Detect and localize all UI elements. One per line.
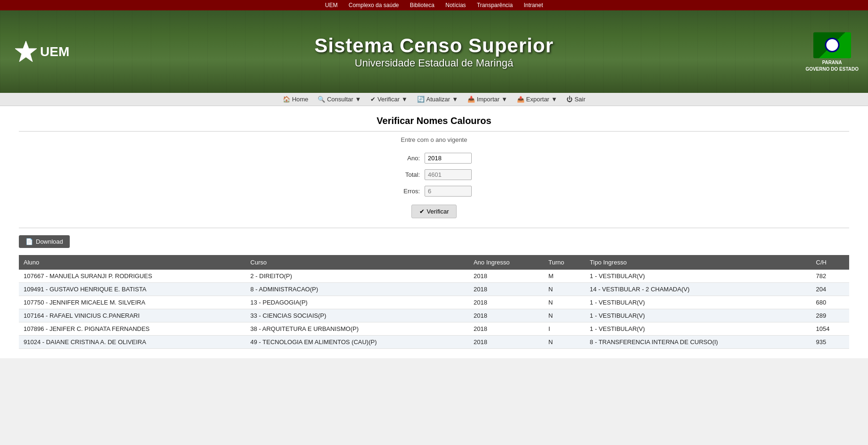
table-cell: 935 bbox=[811, 336, 849, 349]
topbar-link-uem[interactable]: UEM bbox=[325, 2, 338, 8]
nav-sair[interactable]: ⏻ Sair bbox=[566, 96, 585, 103]
col-curso: Curso bbox=[246, 255, 469, 270]
table-cell: 13 - PEDAGOGIA(P) bbox=[246, 296, 469, 309]
table-cell: 1 - VESTIBULAR(V) bbox=[585, 270, 811, 283]
topbar-link-noticias[interactable]: Notícias bbox=[445, 2, 466, 8]
parana-label: PARANA bbox=[822, 59, 842, 65]
table-cell: N bbox=[544, 336, 585, 349]
table-cell: 8 - ADMINISTRACAO(P) bbox=[246, 283, 469, 296]
atualizar-chevron-icon: ▼ bbox=[452, 96, 458, 103]
table-cell: 2018 bbox=[469, 296, 544, 309]
erros-input bbox=[425, 186, 472, 197]
site-subtitle: Universidade Estadual de Maringá bbox=[314, 57, 553, 69]
exportar-chevron-icon: ▼ bbox=[551, 96, 557, 103]
table-cell: 782 bbox=[811, 270, 849, 283]
total-label: Total: bbox=[396, 171, 420, 178]
parana-flag-icon bbox=[813, 32, 851, 58]
header-content: Sistema Censo Superior Universidade Esta… bbox=[314, 34, 553, 69]
table-cell: 14 - VESTIBULAR - 2 CHAMADA(V) bbox=[585, 283, 811, 296]
export-icon: 📤 bbox=[517, 96, 524, 103]
verify-form: Ano: Total: Erros: ✔ Verificar bbox=[19, 153, 849, 218]
site-title: Sistema Censo Superior bbox=[314, 34, 553, 57]
page-title: Verificar Nomes Calouros bbox=[19, 115, 849, 132]
power-icon: ⏻ bbox=[566, 96, 573, 103]
nav-importar[interactable]: 📥 Importar ▼ bbox=[467, 96, 508, 103]
nav-importar-label: Importar bbox=[477, 96, 500, 103]
table-cell: 2018 bbox=[469, 283, 544, 296]
table-cell: 680 bbox=[811, 296, 849, 309]
total-input bbox=[425, 169, 472, 180]
table-cell: 2018 bbox=[469, 336, 544, 349]
consultar-chevron-icon: ▼ bbox=[355, 96, 361, 103]
table-cell: N bbox=[544, 296, 585, 309]
table-cell: 109491 - GUSTAVO HENRIQUE E. BATISTA bbox=[19, 283, 246, 296]
col-tipo-ingresso: Tipo Ingresso bbox=[585, 255, 811, 270]
verify-button[interactable]: ✔ Verificar bbox=[411, 205, 457, 218]
parana-logo: PARANA GOVERNO DO ESTADO bbox=[805, 32, 859, 71]
uem-logo-text: UEM bbox=[40, 44, 69, 59]
table-cell: N bbox=[544, 283, 585, 296]
table-cell: 49 - TECNOLOGIA EM ALIMENTOS (CAU)(P) bbox=[246, 336, 469, 349]
table-cell: 33 - CIENCIAS SOCIAIS(P) bbox=[246, 309, 469, 322]
nav-consultar-label: Consultar bbox=[327, 96, 353, 103]
table-cell: 2018 bbox=[469, 309, 544, 322]
table-cell: 91024 - DAIANE CRISTINA A. DE OLIVEIRA bbox=[19, 336, 246, 349]
refresh-icon: 🔄 bbox=[417, 96, 425, 103]
download-icon: 📄 bbox=[25, 238, 33, 245]
uem-star-icon bbox=[14, 40, 38, 64]
table-cell: M bbox=[544, 270, 585, 283]
table-cell: 2018 bbox=[469, 322, 544, 336]
nav-consultar[interactable]: 🔍 Consultar ▼ bbox=[318, 96, 361, 103]
table-cell: 2 - DIREITO(P) bbox=[246, 270, 469, 283]
nav-exportar[interactable]: 📤 Exportar ▼ bbox=[517, 96, 557, 103]
svg-marker-0 bbox=[15, 41, 37, 62]
data-table: Aluno Curso Ano Ingresso Turno Tipo Ingr… bbox=[19, 255, 849, 349]
nav-verificar[interactable]: ✔ Verificar ▼ bbox=[370, 96, 408, 103]
table-cell: 289 bbox=[811, 309, 849, 322]
topbar-link-complexo[interactable]: Complexo da saúde bbox=[349, 2, 399, 8]
page-subtitle: Entre com o ano vigente bbox=[19, 136, 849, 143]
table-row: 107896 - JENIFER C. PIGNATA FERNANDES38 … bbox=[19, 322, 849, 336]
verificar-chevron-icon: ▼ bbox=[401, 96, 408, 103]
nav-home-label: Home bbox=[292, 96, 309, 103]
ano-input[interactable] bbox=[425, 153, 472, 164]
col-turno: Turno bbox=[544, 255, 585, 270]
check-icon: ✔ bbox=[370, 96, 376, 103]
nav-atualizar[interactable]: 🔄 Atualizar ▼ bbox=[417, 96, 458, 103]
download-button[interactable]: 📄 Download bbox=[19, 235, 70, 248]
importar-chevron-icon: ▼ bbox=[501, 96, 508, 103]
table-cell: 1054 bbox=[811, 322, 849, 336]
search-icon: 🔍 bbox=[318, 96, 325, 103]
table-row: 107750 - JENNIFER MICAELE M. SILVEIRA13 … bbox=[19, 296, 849, 309]
table-cell: 107667 - MANUELA SURANJI P. RODRIGUES bbox=[19, 270, 246, 283]
table-cell: 107164 - RAFAEL VINICIUS C.PANERARI bbox=[19, 309, 246, 322]
topbar-link-transparencia[interactable]: Transparência bbox=[477, 2, 513, 8]
table-cell: 38 - ARQUITETURA E URBANISMO(P) bbox=[246, 322, 469, 336]
table-header: Aluno Curso Ano Ingresso Turno Tipo Ingr… bbox=[19, 255, 849, 270]
table-cell: 1 - VESTIBULAR(V) bbox=[585, 322, 811, 336]
table-row: 109491 - GUSTAVO HENRIQUE E. BATISTA8 - … bbox=[19, 283, 849, 296]
download-button-label: Download bbox=[36, 238, 63, 245]
verify-button-label: Verificar bbox=[427, 208, 449, 215]
page-content: Verificar Nomes Calouros Entre com o ano… bbox=[0, 106, 868, 358]
table-cell: 8 - TRANSFERENCIA INTERNA DE CURSO(I) bbox=[585, 336, 811, 349]
table-cell: 107896 - JENIFER C. PIGNATA FERNANDES bbox=[19, 322, 246, 336]
main-nav: 🏠 Home 🔍 Consultar ▼ ✔ Verificar ▼ 🔄 Atu… bbox=[0, 93, 868, 106]
ano-label: Ano: bbox=[396, 155, 420, 162]
col-ano-ingresso: Ano Ingresso bbox=[469, 255, 544, 270]
parana-sub: GOVERNO DO ESTADO bbox=[805, 66, 859, 71]
erros-label: Erros: bbox=[396, 188, 420, 195]
uem-logo: UEM bbox=[14, 40, 69, 64]
home-icon: 🏠 bbox=[283, 96, 290, 103]
topbar-link-intranet[interactable]: Intranet bbox=[524, 2, 543, 8]
nav-atualizar-label: Atualizar bbox=[426, 96, 450, 103]
table-row: 107667 - MANUELA SURANJI P. RODRIGUES2 -… bbox=[19, 270, 849, 283]
table-row: 107164 - RAFAEL VINICIUS C.PANERARI33 - … bbox=[19, 309, 849, 322]
nav-home[interactable]: 🏠 Home bbox=[283, 96, 309, 103]
topbar-link-biblioteca[interactable]: Biblioteca bbox=[410, 2, 434, 8]
table-cell: I bbox=[544, 322, 585, 336]
nav-sair-label: Sair bbox=[574, 96, 585, 103]
table-cell: 204 bbox=[811, 283, 849, 296]
col-aluno: Aluno bbox=[19, 255, 246, 270]
nav-verificar-label: Verificar bbox=[377, 96, 400, 103]
